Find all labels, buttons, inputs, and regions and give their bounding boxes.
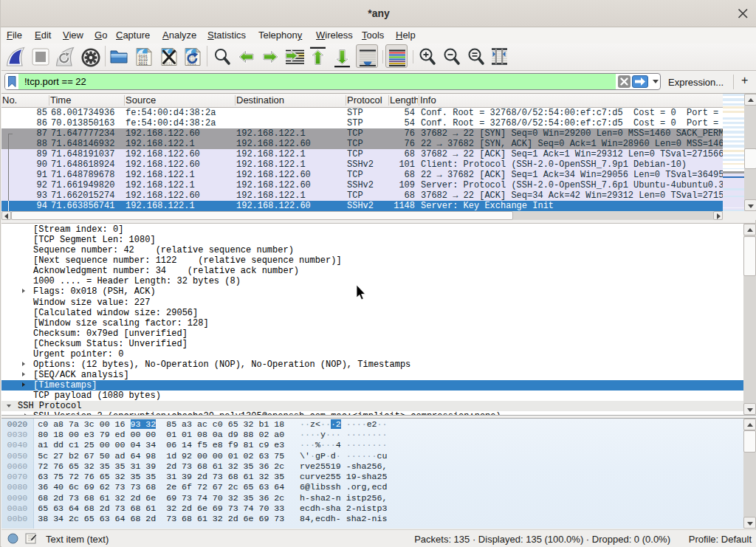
svg-text:0011: 0011: [139, 62, 148, 66]
